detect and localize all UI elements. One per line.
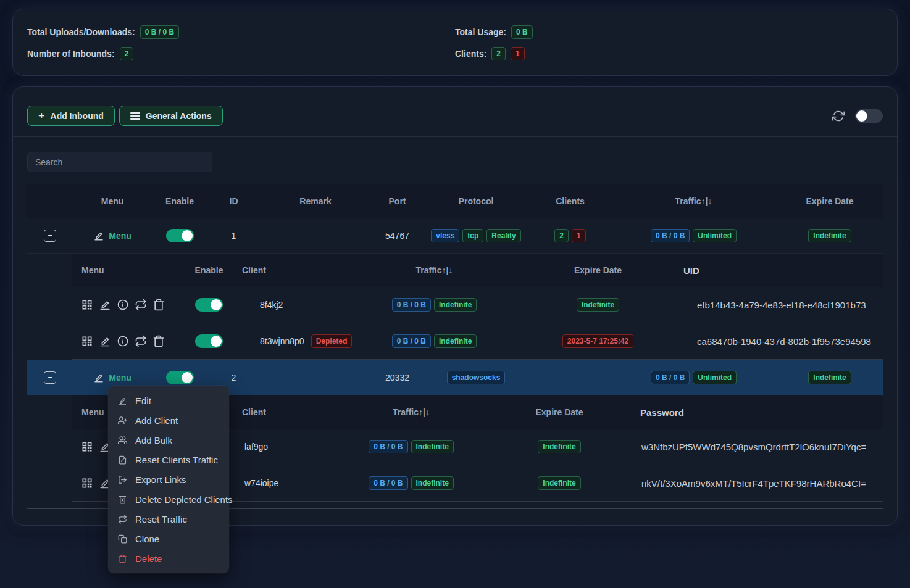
inbound-menu-label: Menu xyxy=(109,373,131,383)
header-id: ID xyxy=(207,196,260,206)
inbound-port: 20332 xyxy=(371,373,424,383)
security-tag: Reality xyxy=(486,229,520,242)
header-client: Client xyxy=(232,265,346,275)
client-password: nkV/I/3XoAm9v6xMT/T5IcrF4TpeTKF98rHARbRo… xyxy=(630,478,884,489)
copy-icon xyxy=(118,534,127,544)
client-expire-tag: Indefinite xyxy=(577,298,619,312)
stat-clients-depleted: 1 xyxy=(511,47,525,60)
menu-item-label: Clone xyxy=(135,534,159,544)
expire-tag: Indefinite xyxy=(808,229,851,242)
delete-client-icon[interactable] xyxy=(152,335,165,347)
inbounds-page: Total Uploads/Downloads: 0 B / 0 B Total… xyxy=(0,0,910,588)
header-traffic-sort[interactable]: Traffic↑|↓ xyxy=(334,407,488,417)
header-expire-date: Expire Date xyxy=(522,265,674,275)
inbound-menu-trigger[interactable]: Menu xyxy=(93,230,131,241)
inbound-menu-label: Menu xyxy=(109,231,131,241)
menu-item-add-bulk[interactable]: Add Bulk xyxy=(108,430,229,450)
stat-inbounds-value: 2 xyxy=(120,47,134,60)
clients-table-1-header: Menu Enable Client Traffic↑|↓ Expire Dat… xyxy=(72,254,883,287)
search-input[interactable] xyxy=(27,152,212,172)
header-expire-date: Expire Date xyxy=(775,196,884,206)
search-row xyxy=(13,137,897,172)
header-clients: Clients xyxy=(528,196,612,206)
menu-item-clone[interactable]: Clone xyxy=(108,529,229,549)
client-traffic-tag: 0 B / 0 B xyxy=(369,440,407,453)
delete-client-icon[interactable] xyxy=(152,299,165,311)
menu-item-reset-clients-traffic[interactable]: Reset Clients Traffic xyxy=(108,450,229,470)
hamburger-icon xyxy=(130,112,140,120)
stat-clients-label: Clients: xyxy=(455,49,486,59)
refresh-icon[interactable] xyxy=(832,110,845,122)
menu-item-label: Delete Depleted Clients xyxy=(135,494,233,505)
header-menu: Menu xyxy=(72,265,186,275)
collapse-button[interactable]: − xyxy=(44,371,56,384)
bin-icon xyxy=(118,495,127,504)
client-traffic-limit-tag: Indefinite xyxy=(411,476,454,490)
header-password: Password xyxy=(630,407,884,418)
enable-toggle[interactable] xyxy=(166,371,194,384)
traffic-limit-tag: Unlimited xyxy=(693,229,737,242)
header-traffic-sort[interactable]: Traffic↑|↓ xyxy=(612,196,775,206)
menu-item-label: Reset Traffic xyxy=(135,514,187,524)
header-enable: Enable xyxy=(152,196,207,206)
dark-mode-toggle[interactable] xyxy=(855,109,883,123)
menu-item-edit[interactable]: Edit xyxy=(108,391,229,410)
stat-inbounds-label: Number of Inbounds: xyxy=(27,49,115,59)
header-protocol: Protocol xyxy=(424,196,528,206)
edit-pencil-icon xyxy=(93,230,104,241)
client-expire-tag: 2023-5-7 17:25:42 xyxy=(562,334,633,348)
client-uid: ca68470b-1940-437d-802b-1f9573e94598 xyxy=(674,336,884,347)
menu-item-delete-depleted-clients[interactable]: Delete Depleted Clients xyxy=(108,489,229,509)
traffic-tag: 0 B / 0 B xyxy=(651,229,690,242)
header-expire-date: Expire Date xyxy=(488,407,630,417)
inbound-menu-trigger[interactable]: Menu xyxy=(93,372,131,383)
add-inbound-button[interactable]: + Add Inbound xyxy=(27,106,115,126)
client-traffic-tag: 0 B / 0 B xyxy=(392,334,431,348)
header-enable: Enable xyxy=(186,265,232,275)
trash-icon xyxy=(118,554,127,563)
menu-item-export-links[interactable]: Export Links xyxy=(108,470,229,489)
client-enable-toggle[interactable] xyxy=(195,298,223,312)
reset-traffic-icon[interactable] xyxy=(135,299,147,311)
client-enable-toggle[interactable] xyxy=(195,334,223,348)
clients-table-1: Menu Enable Client Traffic↑|↓ Expire Dat… xyxy=(72,254,883,360)
header-port: Port xyxy=(371,196,424,206)
header-uid: UID xyxy=(674,265,884,276)
users-icon xyxy=(118,436,127,445)
client-expire-tag: Indefinite xyxy=(538,476,580,490)
menu-item-add-client[interactable]: Add Client xyxy=(108,410,229,430)
header-remark: Remark xyxy=(260,196,371,206)
qrcode-icon[interactable] xyxy=(81,335,93,347)
qrcode-icon[interactable] xyxy=(81,299,93,311)
traffic-tag: 0 B / 0 B xyxy=(651,371,690,384)
plus-icon: + xyxy=(38,110,45,122)
menu-item-reset-traffic[interactable]: Reset Traffic xyxy=(108,509,229,529)
qrcode-icon[interactable] xyxy=(81,441,93,453)
qrcode-icon[interactable] xyxy=(81,477,93,489)
client-traffic-tag: 0 B / 0 B xyxy=(392,298,431,312)
client-uid: efb14b43-4a79-4e83-ef18-e48cf1901b73 xyxy=(674,300,884,310)
enable-toggle[interactable] xyxy=(166,229,194,242)
header-traffic-sort[interactable]: Traffic↑|↓ xyxy=(346,265,522,275)
collapse-button[interactable]: − xyxy=(44,230,56,242)
edit-icon xyxy=(118,396,127,405)
user-plus-icon xyxy=(118,416,127,425)
loop-icon xyxy=(118,515,127,524)
stat-uploads-label: Total Uploads/Downloads: xyxy=(27,27,135,37)
client-name: 8t3wjnn8p0 xyxy=(260,336,304,346)
reset-traffic-icon[interactable] xyxy=(135,335,147,347)
traffic-limit-tag: Unlimited xyxy=(693,371,737,384)
protocol-tag: shadowsocks xyxy=(447,371,506,384)
file-reset-icon xyxy=(118,455,127,465)
add-inbound-label: Add Inbound xyxy=(51,111,104,121)
general-actions-button[interactable]: General Actions xyxy=(119,106,223,126)
menu-item-label: Edit xyxy=(135,395,151,406)
menu-item-delete[interactable]: Delete xyxy=(108,549,229,568)
edit-pencil-icon xyxy=(93,372,104,383)
info-icon[interactable] xyxy=(117,335,129,347)
stat-uploads-value: 0 B / 0 B xyxy=(140,25,179,39)
client-name: laf9go xyxy=(232,442,334,452)
edit-client-icon[interactable] xyxy=(99,335,111,347)
info-icon[interactable] xyxy=(117,299,129,311)
edit-client-icon[interactable] xyxy=(99,299,111,311)
